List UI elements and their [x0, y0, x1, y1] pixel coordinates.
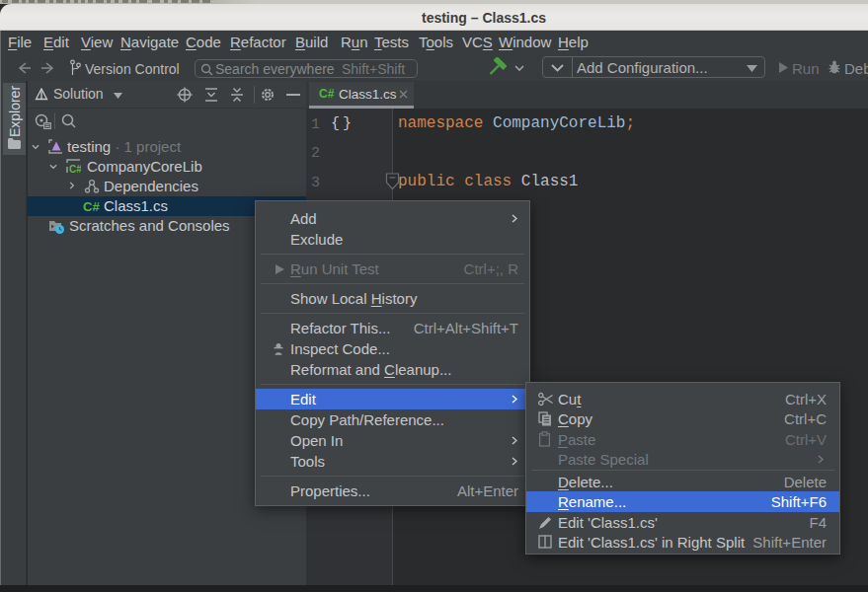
svg-text:C#: C# — [69, 164, 81, 174]
